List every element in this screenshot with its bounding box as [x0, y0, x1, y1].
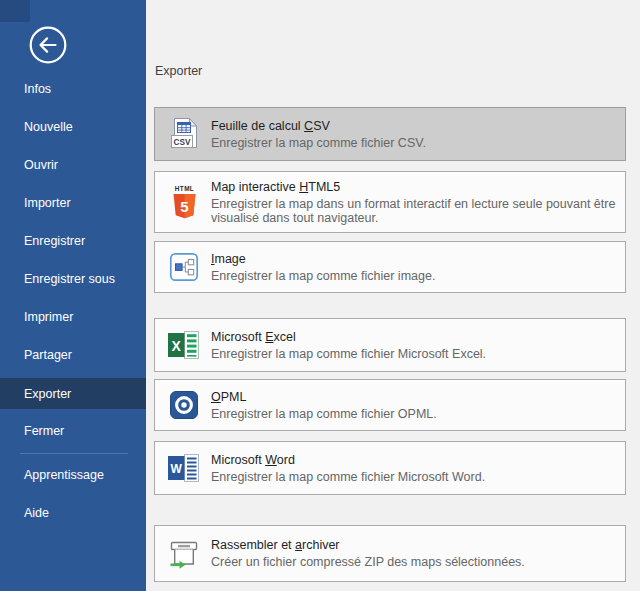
sidebar-item-exporter[interactable]: Exporter	[0, 374, 146, 412]
option-description: Enregistrer la map comme fichier Microso…	[211, 470, 485, 484]
option-description: Créer un fichier compressé ZIP des maps …	[211, 555, 525, 569]
page-title: Exporter	[155, 64, 202, 78]
option-title: Microsoft Excel	[211, 330, 486, 345]
option-description: Enregistrer la map comme fichier Microso…	[211, 347, 486, 361]
option-description: Enregistrer la map comme fichier OPML.	[211, 407, 437, 421]
excel-icon: X	[166, 330, 202, 360]
word-icon: W	[166, 453, 202, 483]
sidebar-divider	[20, 453, 128, 454]
export-option-archive[interactable]: Rassembler et archiver Créer un fichier …	[154, 525, 626, 582]
opml-icon	[166, 391, 202, 419]
option-description: Enregistrer la map comme fichier CSV.	[211, 136, 426, 150]
svg-text:X: X	[172, 338, 182, 354]
sidebar-item-nouvelle[interactable]: Nouvelle	[0, 108, 146, 146]
option-description: Enregistrer la map dans un format intera…	[211, 197, 617, 225]
option-title: Microsoft Word	[211, 453, 485, 468]
option-title: Image	[211, 252, 435, 267]
svg-text:CSV: CSV	[174, 138, 191, 147]
image-file-icon	[166, 252, 202, 282]
csv-spreadsheet-icon: CSV	[166, 117, 202, 151]
export-option-csv[interactable]: CSV Feuille de calcul CSV Enregistrer la…	[154, 107, 626, 161]
sidebar-item-enregistrer[interactable]: Enregistrer	[0, 222, 146, 260]
html5-icon: HTML 5	[166, 184, 202, 221]
export-option-html5[interactable]: HTML 5 Map interactive HTML5 Enregistrer…	[154, 171, 626, 233]
sidebar-menu: Infos Nouvelle Ouvrir Importer Enregistr…	[0, 70, 146, 532]
option-title: Rassembler et archiver	[211, 538, 525, 553]
sidebar-item-enregistrer-sous[interactable]: Enregistrer sous	[0, 260, 146, 298]
export-option-opml[interactable]: OPML Enregistrer la map comme fichier OP…	[154, 379, 626, 431]
backstage-sidebar: Infos Nouvelle Ouvrir Importer Enregistr…	[0, 0, 146, 591]
svg-text:W: W	[171, 462, 183, 476]
back-arrow-icon	[28, 53, 68, 68]
sidebar-item-partager[interactable]: Partager	[0, 336, 146, 374]
sidebar-item-ouvrir[interactable]: Ouvrir	[0, 146, 146, 184]
option-title: Map interactive HTML5	[211, 180, 617, 195]
archive-zip-icon	[166, 538, 202, 570]
export-panel: Exporter CSV Feuille de calcul CSV Enreg…	[146, 0, 640, 591]
sidebar-item-importer[interactable]: Importer	[0, 184, 146, 222]
sidebar-item-infos[interactable]: Infos	[0, 70, 146, 108]
option-title: OPML	[211, 390, 437, 405]
option-description: Enregistrer la map comme fichier image.	[211, 269, 435, 283]
sidebar-item-apprentissage[interactable]: Apprentissage	[0, 456, 146, 494]
sidebar-item-imprimer[interactable]: Imprimer	[0, 298, 146, 336]
export-option-image[interactable]: Image Enregistrer la map comme fichier i…	[154, 241, 626, 293]
svg-text:HTML: HTML	[174, 185, 193, 192]
option-title: Feuille de calcul CSV	[211, 119, 426, 134]
back-button[interactable]	[28, 25, 68, 65]
sidebar-item-fermer[interactable]: Fermer	[0, 412, 146, 450]
sidebar-item-aide[interactable]: Aide	[0, 494, 146, 532]
export-option-excel[interactable]: X Microsoft Excel Enregistrer la map com…	[154, 318, 626, 372]
export-option-word[interactable]: W Microsoft Word Enregistrer la map comm…	[154, 441, 626, 495]
titlebar-corner-block	[0, 0, 30, 22]
svg-text:5: 5	[180, 198, 188, 215]
